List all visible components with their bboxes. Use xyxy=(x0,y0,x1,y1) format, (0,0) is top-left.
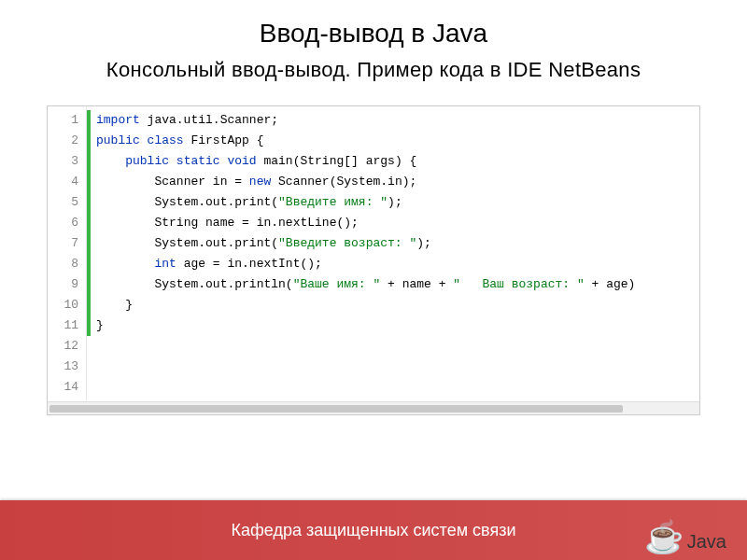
line-number: 4 xyxy=(51,172,78,192)
code-line: } xyxy=(87,315,694,336)
line-gutter: 1 2 3 4 5 6 7 8 9 10 11 12 13 14 xyxy=(48,106,87,401)
code-line: Scanner in = new Scanner(System.in); xyxy=(87,172,694,192)
line-number: 11 xyxy=(51,315,78,336)
line-number: 2 xyxy=(51,131,78,151)
line-number: 1 xyxy=(51,110,78,131)
code-line: } xyxy=(87,295,694,315)
code-line: String name = in.nextLine(); xyxy=(87,213,694,233)
code-line: int age = in.nextInt(); xyxy=(87,254,694,274)
line-number: 7 xyxy=(51,233,78,254)
horizontal-scrollbar[interactable] xyxy=(48,401,699,414)
footer-text: Кафедра защищенных систем связи xyxy=(232,521,516,540)
code-line: System.out.print("Введите возраст: "); xyxy=(87,233,694,254)
code-line: System.out.print("Введите имя: "); xyxy=(87,192,694,213)
line-number: 13 xyxy=(51,357,78,377)
java-logo: ☕ Java xyxy=(644,521,726,553)
slide-title: Ввод-вывод в Java xyxy=(37,19,710,49)
line-number: 9 xyxy=(51,274,78,295)
line-number: 5 xyxy=(51,192,78,213)
line-number: 3 xyxy=(51,151,78,172)
code-line: public static void main(String[] args) { xyxy=(87,151,694,172)
line-number: 10 xyxy=(51,295,78,315)
coffee-cup-icon: ☕ xyxy=(644,521,684,553)
java-label: Java xyxy=(687,531,726,553)
footer-bar: Кафедра защищенных систем связи ☕ Java xyxy=(0,500,747,560)
line-number: 14 xyxy=(51,377,78,398)
slide-subtitle: Консольный ввод-вывод. Пример кода в IDE… xyxy=(37,58,710,82)
slide: Ввод-вывод в Java Консольный ввод-вывод.… xyxy=(0,0,747,560)
code-line: public class FirstApp { xyxy=(87,131,694,151)
code-body: import java.util.Scanner; public class F… xyxy=(87,106,699,401)
line-number: 6 xyxy=(51,213,78,233)
code-line: System.out.println("Ваше имя: " + name +… xyxy=(87,274,694,295)
code-line: import java.util.Scanner; xyxy=(87,110,694,131)
line-number: 12 xyxy=(51,336,78,357)
line-number: 8 xyxy=(51,254,78,274)
code-block: 1 2 3 4 5 6 7 8 9 10 11 12 13 14 import … xyxy=(47,105,700,415)
scrollbar-thumb[interactable] xyxy=(49,405,623,413)
